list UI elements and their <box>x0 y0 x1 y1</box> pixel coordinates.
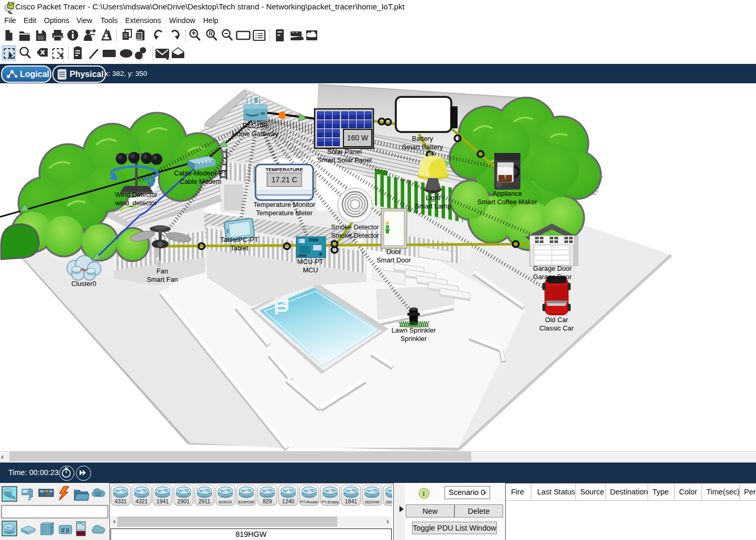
svg-text:1941: 1941 <box>157 498 169 504</box>
svg-text:Smart Coffee Maker: Smart Coffee Maker <box>477 198 538 206</box>
svg-text:819HGW: 819HGW <box>238 500 255 504</box>
svg-text:TEMPERATURE: TEMPERATURE <box>265 167 303 172</box>
svg-text:Temperature Monitor: Temperature Monitor <box>253 201 316 208</box>
svg-text:Garage Door: Garage Door <box>533 273 572 281</box>
svg-text:Smoke Detector: Smoke Detector <box>331 232 379 239</box>
svg-text:Sprinkler: Sprinkler <box>401 335 427 343</box>
svg-text:Smart Lamp: Smart Lamp <box>415 202 451 210</box>
svg-text:829: 829 <box>263 498 272 504</box>
svg-text:2620XM: 2620XM <box>386 500 392 504</box>
svg-text:160 W: 160 W <box>347 134 369 142</box>
svg-text:4331: 4331 <box>115 498 127 504</box>
svg-text:MCU-PT: MCU-PT <box>297 258 324 266</box>
svg-text:Battery: Battery <box>412 135 433 142</box>
svg-text:Wind Detector: Wind Detector <box>115 191 158 199</box>
svg-text:4321: 4321 <box>136 498 148 504</box>
svg-text:Old Car: Old Car <box>545 316 569 324</box>
svg-text:Tablet: Tablet <box>230 244 249 252</box>
svg-text:MCU: MCU <box>303 266 318 274</box>
svg-text:TabletPC-PT: TabletPC-PT <box>220 236 259 244</box>
svg-text:1240: 1240 <box>282 498 295 504</box>
svg-text:Cluster0: Cluster0 <box>71 280 96 288</box>
svg-text:Garage Door: Garage Door <box>533 265 572 272</box>
svg-text:((·)): ((·)) <box>61 527 69 533</box>
svg-text:Fan: Fan <box>157 267 168 275</box>
svg-text:2911: 2911 <box>198 498 210 504</box>
svg-text:Classic Car: Classic Car <box>539 324 574 332</box>
svg-text:Temperature Meter: Temperature Meter <box>256 209 313 217</box>
svg-text:Lawn Sprinkler: Lawn Sprinkler <box>392 326 436 334</box>
svg-text:DLC100: DLC100 <box>243 122 268 129</box>
svg-text:wind_detector: wind_detector <box>115 199 157 207</box>
svg-text:819IOX: 819IOX <box>219 500 232 504</box>
svg-text:PT-Router: PT-Router <box>300 500 318 504</box>
svg-text:R: R <box>209 30 213 37</box>
svg-text:Light: Light <box>426 194 440 202</box>
svg-text:Smart Solar Panel: Smart Solar Panel <box>317 156 372 164</box>
svg-text:i: i <box>423 490 425 498</box>
svg-text:Smart Battery: Smart Battery <box>402 143 443 151</box>
svg-text:Solar Panel: Solar Panel <box>327 148 362 156</box>
svg-text:17.21 C: 17.21 C <box>271 175 297 184</box>
svg-text:Cable Modem: Cable Modem <box>180 178 221 185</box>
svg-text:Home Gateway: Home Gateway <box>232 130 279 138</box>
svg-text:Cable-Modem-PT: Cable-Modem-PT <box>174 169 227 177</box>
svg-text:Door: Door <box>386 248 401 256</box>
svg-text:Smart Fan: Smart Fan <box>147 275 178 283</box>
svg-text:Smoke Detector: Smoke Detector <box>331 223 379 231</box>
svg-text:Smart Door: Smart Door <box>376 256 411 264</box>
svg-text:PT-Empty: PT-Empty <box>321 500 339 504</box>
svg-text:1841: 1841 <box>345 498 358 504</box>
svg-text:2901: 2901 <box>177 498 190 504</box>
svg-text:2620XM: 2620XM <box>365 500 380 504</box>
svg-text:Appliance: Appliance <box>493 190 522 197</box>
